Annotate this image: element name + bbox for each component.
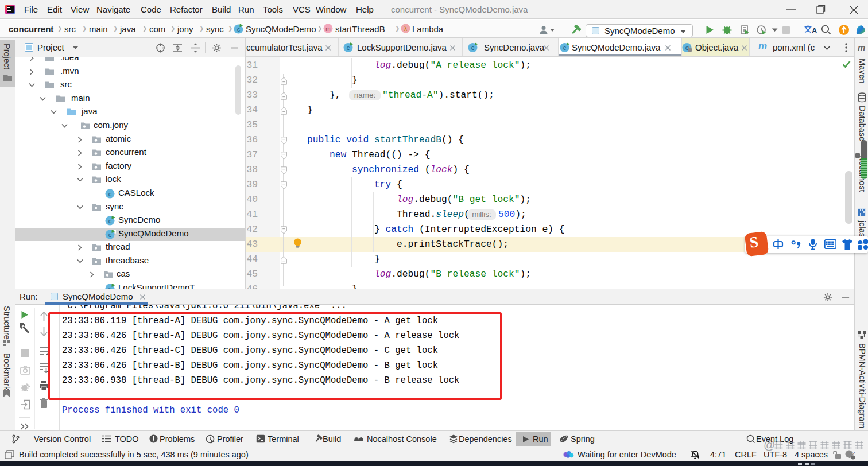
svg-text:λ: λ	[404, 25, 408, 32]
svg-text:?: ?	[852, 451, 855, 456]
svg-text:c: c	[563, 44, 567, 51]
svg-text:m: m	[326, 26, 330, 32]
svg-text:c: c	[108, 218, 112, 224]
svg-text:c: c	[347, 44, 350, 51]
svg-text:c: c	[108, 231, 112, 238]
svg-text:c: c	[108, 191, 112, 197]
svg-text:c: c	[471, 44, 475, 51]
